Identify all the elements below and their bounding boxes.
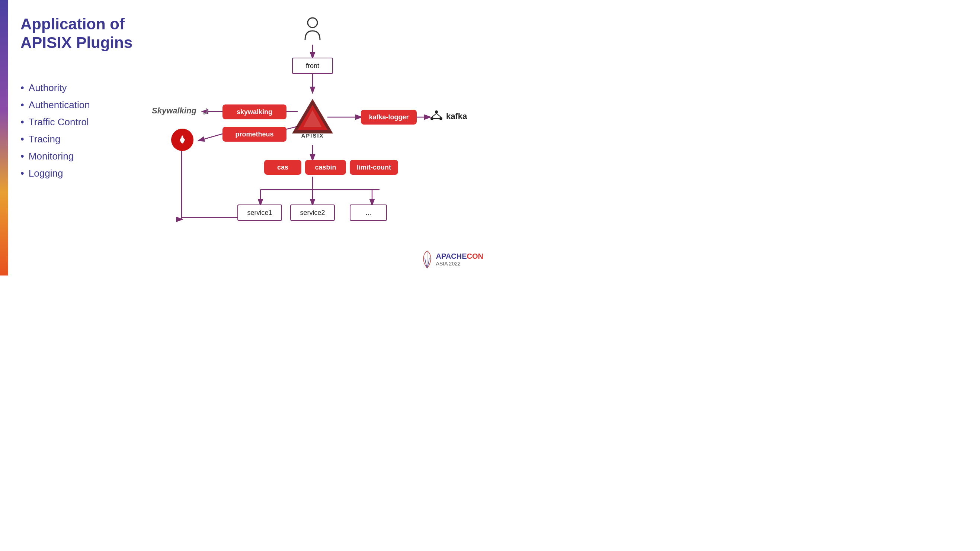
svg-point-16 [308,18,317,27]
kafka-logo-svg [430,110,443,123]
apachecon-badge: APACHECON ASIA 2022 [421,250,483,269]
person-svg [303,17,322,41]
service-etc-box: ... [350,205,387,221]
plugin-casbin: casbin [305,160,346,175]
plugin-prometheus: prometheus [223,127,286,142]
skywalking-swirl-icon [198,106,208,116]
front-box: front [292,58,333,74]
left-color-bar [0,0,8,275]
bullet-authority: Authority [21,82,90,94]
prometheus-flame-svg [176,133,189,146]
title-area: Application of APISIX Plugins [21,15,154,52]
skywalking-brand: Skywalking [152,106,208,116]
service2-box: service2 [290,205,335,221]
apachecon-text: APACHECON ASIA 2022 [436,252,483,267]
service1-box: service1 [237,205,282,221]
bullet-authentication: Authentication [21,99,90,111]
svg-line-5 [199,134,223,141]
bullet-tracing: Tracing [21,133,90,145]
bullet-traffic-control: Traffic Control [21,116,90,128]
svg-point-21 [435,110,438,113]
kafka-brand-text: kafka [446,111,467,121]
apisix-triangle-svg [290,98,335,135]
plugin-kafka-logger: kafka-logger [361,110,417,125]
plugin-cas: cas [264,160,301,175]
plugin-skywalking: skywalking [223,105,286,119]
skywalking-brand-text: Skywalking [152,106,196,116]
plugin-limit-count: limit-count [350,160,398,175]
svg-line-25 [436,113,441,117]
bullet-list: Authority Authentication Traffic Control… [21,82,90,184]
kafka-brand: kafka [430,110,467,123]
slide-title: Application of APISIX Plugins [21,15,154,52]
prometheus-icon [171,129,194,151]
diagram-area: front APISIX skywalking prometheus kafka… [142,11,476,272]
apisix-logo: APISIX [286,92,339,144]
person-icon [303,17,322,41]
apachecon-feather-icon [421,250,433,269]
bullet-logging: Logging [21,167,90,179]
apisix-text: APISIX [301,132,324,139]
bullet-monitoring: Monitoring [21,150,90,162]
svg-line-24 [432,113,436,117]
